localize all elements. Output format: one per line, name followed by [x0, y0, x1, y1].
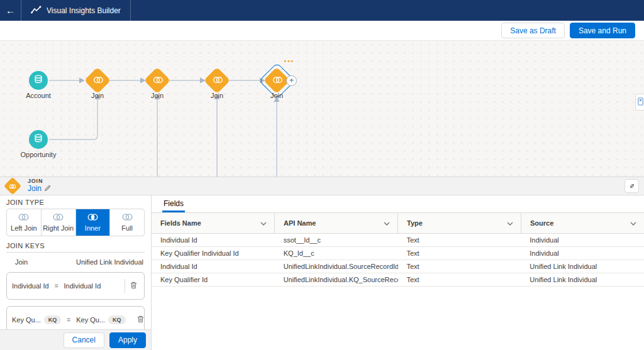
join-type-selector: Left Join Right Join [6, 209, 145, 236]
fields-table-header: Fields Name API Name Type [152, 213, 644, 234]
cell-source: Individual [521, 234, 644, 246]
join-type-inner-selected[interactable]: Inner [76, 209, 111, 236]
column-header-api-name[interactable]: API Name [275, 213, 398, 233]
join-venn-icon [149, 72, 165, 89]
flow-canvas[interactable]: Account Opportunity Join [0, 41, 644, 177]
node-name-edit[interactable]: Join [28, 185, 51, 194]
node-name-text: Join [28, 185, 42, 193]
chevron-down-icon[interactable] [507, 219, 513, 227]
join-venn-icon [269, 72, 285, 89]
table-row[interactable]: Key Qualifier Id UnifiedLinkIndividual.K… [152, 273, 644, 287]
pair1-right-field[interactable]: Individual Id [64, 282, 101, 290]
action-bar: Save as Draft Save and Run [0, 21, 644, 41]
pair2-left-field[interactable]: Key Qu... [12, 316, 41, 324]
cell-fields-name: Individual Id [152, 234, 275, 246]
join-type-icon [4, 177, 21, 195]
cell-source: Unified Link Individual [521, 260, 644, 273]
back-arrow-icon: ← [6, 5, 15, 16]
database-icon [33, 74, 43, 87]
left-source-name: Join [15, 258, 28, 266]
join-type-full[interactable]: Full [110, 209, 144, 236]
add-node-button[interactable]: + [286, 75, 297, 86]
cell-type: Text [398, 260, 521, 273]
equals-operator: = [67, 317, 70, 324]
chevron-down-icon[interactable] [384, 219, 390, 227]
join-venn-icon [89, 72, 106, 89]
column-header-fields-name[interactable]: Fields Name [152, 213, 275, 233]
fields-panel: Fields Fields Name API Name Type [152, 195, 644, 350]
join-node-4-label: Join [258, 92, 296, 99]
node-title-block: JOIN Join [28, 178, 51, 194]
opportunity-node-label: Opportunity [7, 151, 70, 158]
account-node-label: Account [13, 92, 64, 99]
chevron-down-icon[interactable] [260, 219, 267, 227]
join-type-right-label: Right Join [43, 224, 74, 232]
table-row[interactable]: Individual Id ssot__Id__c Text Individua… [152, 234, 644, 247]
top-nav-bar: ← Visual Insights Builder [0, 0, 644, 21]
join-keys-section-label: JOIN KEYS [6, 242, 145, 253]
join-venn-icon [209, 72, 225, 89]
table-row[interactable]: Individual Id UnifiedLinkIndividual.Sour… [152, 260, 644, 273]
join-type-section-label: JOIN TYPE [6, 199, 145, 206]
cell-fields-name: Individual Id [152, 260, 275, 273]
venn-inner-icon [86, 213, 99, 222]
config-footer: Cancel Apply [0, 329, 151, 350]
cancel-button[interactable]: Cancel [64, 332, 104, 348]
join-node-2-label: Join [138, 92, 176, 99]
tab-bar: Fields [152, 195, 644, 213]
bottom-section: JOIN TYPE Left Join [0, 195, 644, 350]
key-qualifier-badge: KQ [108, 315, 126, 324]
account-node[interactable] [29, 71, 48, 90]
equals-operator: = [55, 283, 58, 290]
visual-insights-builder-app: ← Visual Insights Builder Save as Draft … [0, 0, 644, 350]
column-header-source[interactable]: Source [521, 213, 644, 233]
save-as-draft-button[interactable]: Save as Draft [501, 23, 565, 38]
join-type-left-label: Left Join [11, 224, 37, 232]
join-type-right[interactable]: Right Join [42, 209, 76, 236]
pair1-left-field[interactable]: Individual Id [12, 282, 49, 290]
cell-source: Individual [521, 247, 644, 260]
edit-pencil-icon[interactable] [44, 185, 51, 194]
delete-key-pair-button[interactable] [135, 314, 146, 326]
back-button[interactable]: ← [0, 0, 21, 21]
card-divider [125, 279, 125, 293]
cell-type: Text [398, 273, 521, 286]
app-title: Visual Insights Builder [47, 6, 121, 15]
node-config-header: JOIN Join [0, 177, 644, 195]
chevron-down-icon[interactable] [630, 219, 636, 227]
expand-panel-button[interactable] [625, 179, 639, 193]
opportunity-node[interactable] [29, 130, 48, 149]
save-and-run-button[interactable]: Save and Run [570, 23, 635, 38]
canvas-side-panel-toggle[interactable] [635, 94, 644, 111]
database-icon [33, 133, 43, 146]
venn-right-icon [52, 213, 65, 222]
cell-source: Unified Link Individual [521, 273, 644, 286]
line-chart-icon [31, 5, 42, 16]
join-key-pair-1[interactable]: Individual Id = Individual Id [6, 272, 145, 300]
join-type-full-label: Full [121, 224, 133, 232]
venn-full-icon [121, 213, 134, 222]
right-source-name: Unified Link Individual [76, 258, 143, 266]
venn-left-icon [17, 213, 30, 222]
join-node-3-label: Join [198, 92, 236, 99]
pair2-right-field[interactable]: Key Qu... [76, 316, 105, 324]
column-label: Fields Name [160, 219, 201, 227]
key-qualifier-badge: KQ [44, 315, 62, 324]
column-header-type[interactable]: Type [398, 213, 521, 233]
join-key-sources: Join Unified Link Individual [0, 255, 151, 268]
connector-lines [0, 41, 644, 177]
column-label: Type [407, 219, 423, 227]
cell-api-name: UnifiedLinkIndividual.KQ_SourceRecordId_… [275, 273, 398, 286]
column-label: API Name [284, 219, 316, 227]
apply-button[interactable]: Apply [109, 332, 146, 348]
cell-api-name: UnifiedLinkIndividual.SourceRecordId__c [275, 260, 398, 273]
join-type-left[interactable]: Left Join [7, 209, 42, 236]
more-options-icon[interactable]: ••• [278, 58, 301, 65]
panel-toggle-icon [638, 97, 643, 108]
table-row[interactable]: Key Qualifier Individual Id KQ_Id__c Tex… [152, 247, 644, 260]
tab-fields[interactable]: Fields [162, 196, 185, 212]
app-brand: Visual Insights Builder [21, 0, 131, 21]
cell-type: Text [398, 247, 521, 260]
cell-type: Text [398, 234, 521, 246]
delete-key-pair-button[interactable] [128, 280, 139, 292]
